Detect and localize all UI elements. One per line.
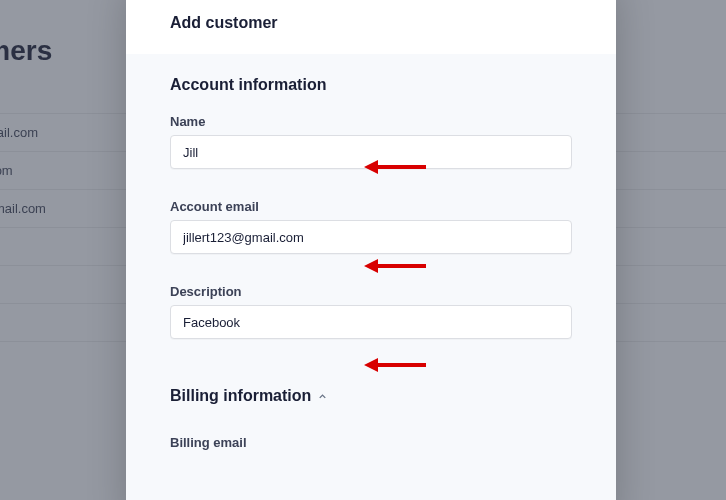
name-label: Name (170, 114, 572, 129)
account-email-label: Account email (170, 199, 572, 214)
field-description: Description (126, 276, 616, 347)
add-customer-modal: Add customer Account information Name Ac… (126, 0, 616, 500)
description-input[interactable] (170, 305, 572, 339)
section-billing-info[interactable]: Billing information (126, 365, 616, 417)
billing-email-label: Billing email (126, 417, 616, 454)
modal-title: Add customer (126, 0, 616, 54)
account-email-input[interactable] (170, 220, 572, 254)
name-input[interactable] (170, 135, 572, 169)
section-account-info: Account information (126, 54, 616, 106)
field-account-email: Account email (126, 191, 616, 262)
field-name: Name (126, 106, 616, 177)
chevron-up-icon (317, 391, 328, 402)
description-label: Description (170, 284, 572, 299)
modal-body[interactable]: Account information Name Account email D… (126, 54, 616, 500)
